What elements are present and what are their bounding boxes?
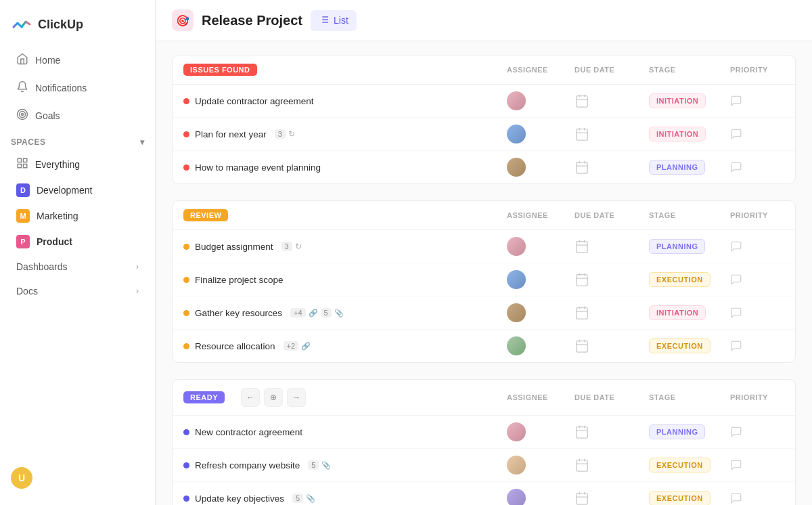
- table-row[interactable]: Update contractor agreement INITIATION: [173, 85, 795, 118]
- task-status-dot: [183, 429, 189, 435]
- sidebar-item-development[interactable]: D Development: [5, 178, 150, 202]
- priority-icon: [730, 128, 742, 140]
- table-row[interactable]: Refresh company website 5 📎 EXECUTION: [173, 449, 795, 482]
- table-row[interactable]: Plan for next year 3 ↻ INITIATION: [173, 118, 795, 151]
- sidebar-item-everything[interactable]: Everything: [5, 152, 150, 177]
- sidebar-item-label: Home: [35, 55, 60, 66]
- sidebar-item-dashboards[interactable]: Dashboards ›: [5, 255, 150, 278]
- task-meta: +2 🔗: [284, 341, 311, 351]
- task-meta: 3 ↻: [281, 242, 302, 251]
- table-row[interactable]: Gather key resources +4 🔗 5 📎 INITIATION: [173, 297, 795, 330]
- task-meta: 3 ↻: [275, 129, 295, 139]
- avatar: [507, 422, 526, 441]
- svg-rect-37: [577, 341, 588, 353]
- section-toolbar-btn[interactable]: ⊕: [264, 388, 283, 407]
- calendar-icon: [574, 424, 589, 439]
- sidebar-item-home[interactable]: Home: [5, 47, 150, 73]
- stage-badge: PLANNING: [649, 160, 705, 175]
- svg-rect-17: [577, 129, 588, 141]
- avatar: [507, 91, 526, 110]
- avatar: [507, 303, 526, 322]
- chevron-right-icon: ›: [136, 286, 139, 296]
- calendar-icon: [574, 127, 589, 141]
- sidebar-item-label: Marketing: [37, 211, 78, 221]
- sidebar-item-goals[interactable]: Goals: [5, 102, 150, 129]
- task-meta: 5 📎: [292, 493, 315, 503]
- table-row[interactable]: Resource allocation +2 🔗 EXECUTION: [173, 330, 795, 362]
- list-icon: [319, 14, 330, 27]
- content-area: ISSUES FOUND ASSIGNEE DUE DATE STAGE PRI…: [156, 41, 812, 505]
- stage-badge: EXECUTION: [649, 491, 710, 505]
- sidebar: ClickUp Home Notifications Goals Spaces …: [0, 0, 156, 505]
- task-status-dot: [183, 98, 189, 104]
- table-row[interactable]: How to manage event planning PLANNING: [173, 151, 795, 183]
- avatar: [507, 489, 526, 505]
- project-title: Release Project: [202, 13, 302, 28]
- svg-rect-33: [577, 308, 588, 320]
- avatar: [507, 336, 526, 355]
- target-icon: [16, 108, 28, 123]
- avatar: [507, 158, 526, 177]
- task-status-dot: [183, 277, 189, 283]
- svg-rect-25: [577, 242, 588, 253]
- sidebar-item-label: Everything: [35, 159, 80, 170]
- col-due-date: DUE DATE: [574, 393, 649, 401]
- main-content: 🎯 Release Project List ISSUES FOUND ASSI…: [156, 0, 812, 505]
- sidebar-item-docs[interactable]: Docs ›: [5, 280, 150, 303]
- section-header-review: REVIEW ASSIGNEE DUE DATE STAGE PRIORITY: [173, 201, 795, 230]
- topbar: 🎯 Release Project List: [156, 0, 812, 41]
- view-label: List: [334, 15, 348, 26]
- stage-badge: INITIATION: [649, 127, 706, 141]
- grid-icon: [16, 157, 28, 171]
- issues-found-section: ISSUES FOUND ASSIGNEE DUE DATE STAGE PRI…: [172, 55, 796, 184]
- avatar[interactable]: U: [11, 467, 32, 489]
- priority-icon: [730, 161, 742, 173]
- priority-icon: [730, 273, 742, 286]
- logo[interactable]: ClickUp: [0, 8, 155, 46]
- col-priority: PRIORITY: [730, 393, 784, 401]
- col-priority: PRIORITY: [730, 211, 784, 219]
- col-assignee: ASSIGNEE: [507, 393, 574, 401]
- table-row[interactable]: New contractor agreement PLANNING: [173, 416, 795, 449]
- calendar-icon: [574, 93, 589, 108]
- svg-rect-45: [577, 460, 588, 472]
- task-status-dot: [183, 496, 189, 502]
- sidebar-item-marketing[interactable]: M Marketing: [5, 204, 150, 228]
- sidebar-item-label: Goals: [35, 110, 60, 121]
- sidebar-item-label: Development: [37, 185, 93, 196]
- col-due-date: DUE DATE: [574, 211, 649, 219]
- section-header-issues: ISSUES FOUND ASSIGNEE DUE DATE STAGE PRI…: [173, 56, 795, 85]
- priority-icon: [730, 340, 742, 352]
- sidebar-item-notifications[interactable]: Notifications: [5, 74, 150, 101]
- stage-badge: INITIATION: [649, 305, 706, 320]
- chevron-right-icon: ›: [136, 262, 139, 271]
- col-assignee: ASSIGNEE: [507, 211, 574, 219]
- task-status-dot: [183, 164, 189, 171]
- priority-icon: [730, 492, 742, 504]
- sidebar-item-label: Notifications: [35, 83, 87, 93]
- task-status-dot: [183, 244, 189, 250]
- priority-icon: [730, 426, 742, 438]
- stage-badge: PLANNING: [649, 424, 705, 439]
- chevron-down-icon[interactable]: ▾: [140, 137, 145, 147]
- ready-section: READY ← ⊕ → ASSIGNEE DUE DATE STAGE PRIO…: [172, 379, 796, 505]
- col-assignee: ASSIGNEE: [507, 66, 574, 74]
- table-row[interactable]: Budget assignment 3 ↻ PLANNING: [173, 230, 795, 263]
- product-space-icon: P: [16, 235, 30, 248]
- stage-badge: INITIATION: [649, 93, 706, 108]
- task-name: Plan for next year: [195, 129, 267, 139]
- task-name: Refresh company website: [195, 460, 300, 470]
- sidebar-item-product[interactable]: P Product: [5, 229, 150, 254]
- section-toolbar-btn[interactable]: ←: [241, 388, 260, 407]
- svg-rect-3: [18, 158, 21, 162]
- list-view-tab[interactable]: List: [311, 10, 357, 31]
- project-icon: 🎯: [172, 9, 194, 31]
- calendar-icon: [574, 272, 589, 287]
- stage-badge: EXECUTION: [649, 338, 710, 353]
- task-name: Update key objectives: [195, 493, 284, 504]
- table-row[interactable]: Update key objectives 5 📎 EXECUTION: [173, 482, 795, 505]
- task-name: How to manage event planning: [195, 162, 321, 173]
- calendar-icon: [574, 338, 589, 353]
- section-toolbar-btn[interactable]: →: [287, 388, 306, 407]
- table-row[interactable]: Finalize project scope EXECUTION: [173, 263, 795, 297]
